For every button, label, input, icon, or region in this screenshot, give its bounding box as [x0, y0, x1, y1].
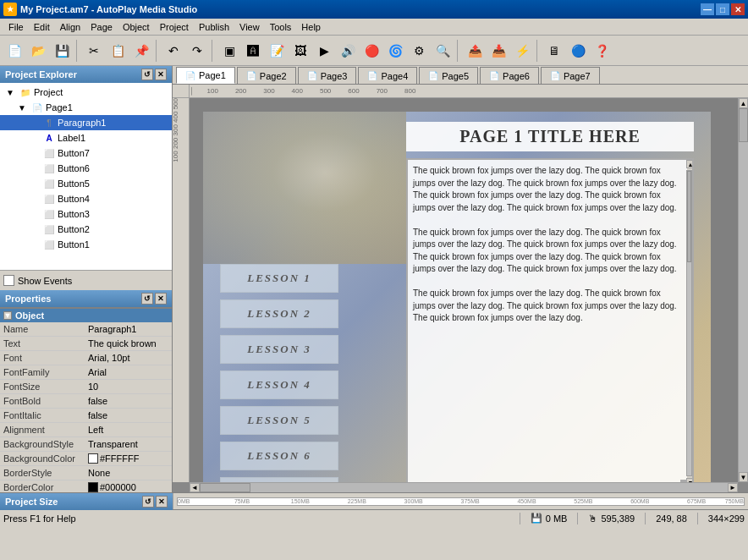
tool3-button[interactable]: 📝: [266, 40, 288, 62]
tree-item-paragraph1[interactable]: ¶ Paragraph1: [0, 115, 172, 130]
tree-item-button1[interactable]: ⬜ Button1: [0, 237, 172, 252]
canvas-page[interactable]: PAGE 1 TITLE HERE ▲ ▼: [203, 112, 711, 482]
menu-file[interactable]: File: [3, 19, 29, 36]
lesson-btn-6[interactable]: LESSON 6: [220, 442, 338, 470]
tool10-button[interactable]: 🔍: [432, 40, 454, 62]
canvas-scroll-right[interactable]: ►: [728, 483, 738, 492]
object-section-collapse[interactable]: ▼: [3, 311, 12, 320]
canvas-scroll-left[interactable]: ◄: [190, 483, 200, 492]
tool9-button[interactable]: ⚙: [408, 40, 430, 62]
new-button[interactable]: 📄: [3, 40, 25, 62]
project-size-close[interactable]: ✕: [156, 496, 168, 508]
canvas-wrap[interactable]: │ 100 200 300 400 500 600 700 800 100 20…: [173, 85, 748, 492]
tool4-button[interactable]: 🖼: [289, 40, 311, 62]
tab-page5[interactable]: 📄 Page5: [419, 67, 478, 84]
tab-page1-label: Page1: [199, 70, 226, 80]
menu-page[interactable]: Page: [85, 19, 118, 36]
tab-page2[interactable]: 📄 Page2: [237, 67, 296, 84]
paste-button[interactable]: 📌: [130, 40, 152, 62]
scroll-up-btn[interactable]: ▲: [686, 160, 694, 168]
label-spacer: [27, 131, 41, 145]
tree-item-button6[interactable]: ⬜ Button6: [0, 161, 172, 176]
prop-fontitalic-value: false: [85, 410, 172, 420]
tool14-button[interactable]: 🖥: [543, 40, 565, 62]
tab-page7[interactable]: 📄 Page7: [541, 67, 600, 84]
canvas-scrollbar-right[interactable]: ▲ ▼: [738, 98, 748, 482]
canvas-scrollbar-bottom[interactable]: ◄ ►: [190, 482, 738, 492]
tool1-button[interactable]: ▣: [218, 40, 240, 62]
tool16-button[interactable]: ❓: [591, 40, 613, 62]
undo-button[interactable]: ↶: [162, 40, 184, 62]
page-title-text: PAGE 1 TITLE HERE: [459, 127, 641, 145]
tab-page6[interactable]: 📄 Page6: [480, 67, 539, 84]
tree-item-label1[interactable]: A Label1: [0, 130, 172, 145]
tree-item-button7[interactable]: ⬜ Button7: [0, 145, 172, 161]
bordercolor-swatch[interactable]: [88, 482, 98, 492]
menu-edit[interactable]: Edit: [29, 19, 55, 36]
tool5-button[interactable]: ▶: [313, 40, 335, 62]
button4-icon: ⬜: [42, 192, 56, 206]
menu-project[interactable]: Project: [155, 19, 194, 36]
panel-refresh-button[interactable]: ↺: [141, 69, 153, 80]
redo-button[interactable]: ↷: [186, 40, 208, 62]
text-scrollbar-right[interactable]: ▲ ▼: [687, 160, 692, 482]
canvas-scroll-thumb-v[interactable]: [739, 108, 748, 142]
menu-align[interactable]: Align: [55, 19, 85, 36]
open-button[interactable]: 📂: [27, 40, 49, 62]
tree-item-button2[interactable]: ⬜ Button2: [0, 222, 172, 237]
copy-button[interactable]: 📋: [107, 40, 129, 62]
object-section-header[interactable]: ▼ Object: [0, 309, 172, 322]
tool15-button[interactable]: 🔵: [567, 40, 589, 62]
menu-object[interactable]: Object: [118, 19, 155, 36]
tree-item-button3[interactable]: ⬜ Button3: [0, 206, 172, 222]
tool7-button[interactable]: 🔴: [360, 40, 382, 62]
close-button[interactable]: ✕: [731, 3, 745, 15]
menu-help[interactable]: Help: [296, 19, 326, 36]
tab-page5-icon: 📄: [428, 71, 438, 80]
scroll-thumb[interactable]: [687, 171, 691, 262]
properties-refresh-button[interactable]: ↺: [141, 293, 153, 305]
tab-page3[interactable]: 📄 Page3: [298, 67, 357, 84]
canvas-scroll-up[interactable]: ▲: [739, 98, 748, 108]
coords-value: 249, 88: [656, 513, 687, 524]
page-title-box[interactable]: PAGE 1 TITLE HERE: [406, 122, 694, 151]
tab-page4[interactable]: 📄 Page4: [358, 67, 417, 84]
para-spacer: [27, 116, 41, 129]
lesson-btn-2[interactable]: LESSON 2: [220, 299, 338, 328]
minimize-button[interactable]: —: [701, 3, 714, 15]
lesson-btn-3[interactable]: LESSON 3: [220, 335, 338, 364]
show-events-checkbox[interactable]: [3, 275, 14, 286]
btn6-spacer: [27, 162, 41, 175]
tool13-button[interactable]: ⚡: [511, 40, 533, 62]
tool8-button[interactable]: 🌀: [384, 40, 406, 62]
cut-button[interactable]: ✂: [83, 40, 105, 62]
project-size-title: Project Size: [5, 497, 58, 507]
menu-view[interactable]: View: [234, 19, 265, 36]
panel-close-button[interactable]: ✕: [155, 69, 167, 80]
menu-tools[interactable]: Tools: [265, 19, 297, 36]
properties-close-button[interactable]: ✕: [155, 293, 167, 305]
canvas-scroll-thumb-h[interactable]: [200, 483, 250, 492]
position-value: 595,389: [601, 513, 635, 524]
canvas-scroll-down[interactable]: ▼: [739, 472, 748, 482]
tool11-button[interactable]: 📤: [464, 40, 486, 62]
maximize-button[interactable]: □: [716, 3, 729, 15]
tool6-button[interactable]: 🔊: [337, 40, 359, 62]
page-text-box[interactable]: ▲ ▼ The quick brown fox jumps over the l…: [406, 158, 694, 482]
lesson-btn-5[interactable]: LESSON 5: [220, 406, 338, 435]
bgcolor-swatch[interactable]: [88, 453, 98, 464]
tree-item-page1[interactable]: ▼ 📄 Page1: [0, 100, 172, 115]
collapse-icon: ▼: [3, 85, 17, 99]
lesson-btn-1[interactable]: LESSON 1: [220, 264, 338, 293]
menu-publish[interactable]: Publish: [194, 19, 234, 36]
tree-item-button4[interactable]: ⬜ Button4: [0, 191, 172, 206]
tab-page1[interactable]: 📄 Page1: [176, 67, 235, 84]
tree-item-project[interactable]: ▼ 📁 Project: [0, 85, 172, 100]
lesson-btn-4[interactable]: LESSON 4: [220, 371, 338, 399]
tool2-button[interactable]: 🅰: [242, 40, 264, 62]
tree-item-button5[interactable]: ⬜ Button5: [0, 176, 172, 191]
tool12-button[interactable]: 📥: [487, 40, 509, 62]
tree-label-button5: Button5: [58, 178, 90, 189]
project-size-refresh[interactable]: ↺: [142, 496, 154, 508]
save-button[interactable]: 💾: [51, 40, 73, 62]
